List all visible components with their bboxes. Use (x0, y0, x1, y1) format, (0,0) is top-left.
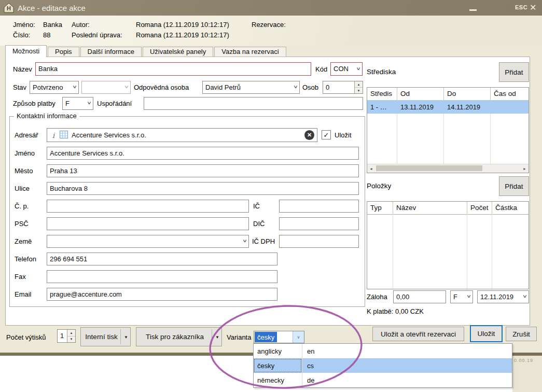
osob-label: Osob (302, 83, 318, 91)
stav-label: Stav (13, 83, 26, 91)
chevron-down-icon[interactable]: ∨ (293, 331, 304, 343)
ulozit-checkbox[interactable]: ✓ (322, 130, 331, 139)
varianta-combo[interactable]: česky ∨ (254, 331, 304, 343)
arrow-down-icon[interactable]: ▼ (355, 88, 363, 93)
arrow-up-icon[interactable]: ▲ (355, 81, 363, 88)
scroll-left-icon[interactable]: ◄ (367, 164, 375, 173)
varianta-label: Varianta (227, 333, 251, 341)
kod-label: Kód (315, 65, 327, 73)
zaloha-input[interactable]: 0,00 (393, 290, 446, 303)
fax-input[interactable] (47, 270, 277, 283)
adresar-value: Accenture Services s.r.o. (72, 131, 146, 139)
arrow-down-icon[interactable]: ▼ (67, 337, 75, 343)
arrow-up-icon[interactable]: ▲ (67, 330, 75, 337)
background-window: 0.00.19 (512, 356, 542, 392)
minimize-icon[interactable] (469, 9, 477, 11)
polozky-table: Typ Název Počet Částka (367, 201, 529, 289)
background-text: 0.00.19 (514, 358, 533, 363)
tab-uzivatelske-panely[interactable]: Uživatelské panely (143, 47, 213, 57)
chevron-down-icon: ∨ (72, 85, 77, 89)
col-stredisko[interactable]: Středis (367, 88, 397, 100)
titlebar[interactable]: H Akce - editace akce ESC ✕ (0, 0, 542, 16)
zaloha-label: Záloha (367, 293, 387, 301)
dropdown-option-nemecky[interactable]: německy de (254, 373, 512, 387)
jmeno-label: Jméno: (13, 21, 35, 29)
scroll-right-icon[interactable]: ► (521, 164, 529, 173)
zpusob-platby-combo[interactable]: F ∨ (62, 97, 93, 110)
stav-sub-combo[interactable]: ∨ (81, 81, 131, 94)
icdph-input[interactable] (279, 235, 359, 248)
icdph-label: IČ DPH (252, 237, 275, 245)
interni-tisk-button[interactable]: Interní tisk ▼ (80, 327, 131, 346)
dropdown-option-cesky[interactable]: česky cs (254, 358, 512, 373)
dropdown-option-anglicky[interactable]: anglicky en (254, 344, 512, 358)
info-icon[interactable]: i (51, 131, 56, 139)
address-book-grid-icon[interactable] (60, 131, 68, 140)
ic-label: IČ (253, 202, 260, 210)
chevron-down-icon: ∨ (522, 294, 527, 299)
zrusit-button[interactable]: Zrušit (506, 327, 537, 341)
tab-popis[interactable]: Popis (48, 47, 79, 57)
nazev-input[interactable]: Banka (35, 62, 311, 76)
cp-input[interactable] (47, 200, 249, 213)
zaloha-date-combo[interactable]: 12.11.2019 ∨ (477, 290, 529, 303)
psc-input[interactable] (47, 217, 249, 230)
email-input[interactable]: prague@accenture.com (47, 288, 277, 301)
col-pocet[interactable]: Počet (467, 202, 492, 214)
col-cas-od[interactable]: Čas od (491, 88, 529, 100)
telefon-input[interactable]: 296 694 551 (47, 253, 277, 265)
stav-combo[interactable]: Potvrzeno ∨ (30, 81, 79, 94)
ulozit-button[interactable]: Uložit (470, 325, 503, 342)
chevron-down-icon: ∨ (466, 294, 471, 299)
strediska-row-selected[interactable]: 1 - … 13.11.2019 14.11.2019 (367, 100, 529, 114)
odpovedna-osoba-combo[interactable]: David Petrů ∨ (202, 81, 300, 94)
telefon-label: Telefon (15, 255, 36, 263)
osob-stepper[interactable]: 0 ▲▼ (323, 81, 363, 94)
kontakt-jmeno-input[interactable]: Accenture Services s.r.o. (47, 147, 359, 160)
pocet-vytisku-stepper[interactable]: 1 ▲▼ (57, 329, 76, 343)
polozky-pridat-button[interactable]: Přidat (499, 176, 529, 196)
zaloha-currency-combo[interactable]: F ∨ (450, 290, 473, 303)
ulozit-a-otevrit-rezervaci-button[interactable]: Uložit a otevřít rezervaci (372, 327, 464, 341)
col-typ[interactable]: Typ (367, 202, 393, 214)
ulozit-checkbox-label: Uložit (335, 131, 352, 139)
chevron-down-icon: ∨ (356, 66, 361, 71)
tab-vazba-na-rezervaci[interactable]: Vazba na rezervaci (214, 47, 286, 57)
stepper-arrows[interactable]: ▲▼ (354, 81, 363, 93)
strediska-title: Střediska (367, 68, 396, 76)
adresar-picker[interactable]: i Accenture Services s.r.o. ✕ (47, 128, 317, 142)
mesto-input[interactable]: Praha 13 (47, 164, 359, 177)
col-od[interactable]: Od (397, 88, 444, 100)
menu-arrow-icon[interactable]: ▼ (215, 334, 219, 339)
tab-strip: Možnosti Popis Další informace Uživatels… (5, 45, 287, 57)
menu-arrow-icon[interactable]: ▼ (124, 334, 128, 339)
tab-moznosti[interactable]: Možnosti (5, 45, 47, 57)
kontaktni-informace-legend: Kontaktní informace (14, 112, 79, 120)
esc-button[interactable]: ESC (515, 4, 527, 10)
tisk-pro-zakaznika-button[interactable]: Tisk pro zákazníka ▼ (136, 327, 222, 346)
posledni-uprava-label: Poslední úprava: (72, 31, 122, 39)
kod-combo[interactable]: CON ∨ (330, 62, 363, 76)
dialog-akce-editace: H Akce - editace akce ESC ✕ Jméno: Banka… (0, 0, 542, 356)
col-nazev[interactable]: Název (393, 202, 467, 214)
usporadani-input[interactable] (144, 97, 363, 110)
check-icon: ✓ (324, 131, 329, 139)
col-castka[interactable]: Částka (492, 202, 529, 214)
close-icon[interactable]: ✕ (530, 3, 536, 12)
col-do[interactable]: Do (444, 88, 491, 100)
zeme-combo[interactable]: ∨ (47, 235, 249, 248)
varianta-selected-value: česky (255, 332, 277, 342)
chevron-down-icon: ∨ (242, 239, 247, 243)
ulice-input[interactable]: Bucharova 8 (47, 182, 359, 195)
stepper-arrows[interactable]: ▲▼ (67, 330, 75, 342)
scrollbar-thumb[interactable] (376, 165, 482, 171)
dic-input[interactable] (279, 217, 359, 230)
autor-label: Autor: (72, 21, 90, 29)
tab-dalsi-informace[interactable]: Další informace (80, 47, 142, 57)
ic-input[interactable] (279, 200, 359, 213)
strediska-horizontal-scrollbar[interactable]: ◄ ► (367, 164, 529, 173)
strediska-pridat-button[interactable]: Přidat (499, 62, 529, 82)
usporadani-label: Uspořádání (97, 100, 132, 107)
adresar-label: Adresář (15, 131, 38, 139)
clear-icon[interactable]: ✕ (304, 130, 314, 140)
